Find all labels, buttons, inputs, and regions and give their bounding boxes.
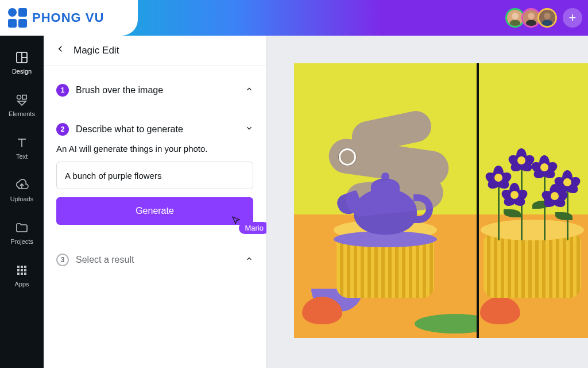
collapse-toggle[interactable] (245, 255, 253, 265)
panel-title: Magic Edit (74, 45, 119, 56)
svg-rect-5 (526, 20, 536, 26)
grid-icon (15, 263, 29, 277)
step-description: An AI will generate things in your photo… (56, 144, 253, 154)
chevron-left-icon (55, 44, 65, 54)
prompt-input[interactable] (56, 162, 253, 189)
panel-header: Magic Edit (44, 36, 266, 66)
svg-rect-26 (24, 273, 26, 275)
svg-point-7 (544, 13, 551, 20)
step-2-header[interactable]: 2 Describe what to generate (56, 123, 253, 136)
svg-rect-18 (17, 266, 20, 268)
left-rail: Design Elements Text Uploads Projects Ap… (0, 36, 44, 368)
svg-rect-2 (510, 20, 520, 26)
top-bar: PHONG VU + (0, 0, 588, 36)
svg-marker-14 (18, 101, 26, 105)
step-number: 2 (56, 123, 69, 136)
rail-item-uploads[interactable]: Uploads (0, 170, 44, 210)
brand-logo: PHONG VU (0, 0, 138, 36)
step-3-header[interactable]: 3 Select a result (56, 254, 253, 266)
collaborators: + (511, 0, 582, 36)
svg-point-12 (17, 95, 21, 99)
collapse-toggle[interactable] (245, 124, 253, 135)
collaborator-cursor: Mario (231, 215, 269, 234)
svg-point-1 (512, 13, 519, 20)
step-title: Describe what to generate (76, 124, 238, 135)
text-icon (15, 136, 29, 150)
collaborator-name: Mario (239, 222, 269, 234)
folder-icon (15, 221, 29, 235)
upload-icon (15, 178, 29, 192)
image-after (477, 63, 588, 338)
shapes-icon (15, 93, 29, 107)
collapse-toggle[interactable] (245, 85, 253, 95)
svg-rect-24 (17, 273, 20, 275)
svg-rect-25 (21, 273, 23, 275)
comparison-divider[interactable] (477, 63, 479, 338)
svg-point-4 (528, 13, 535, 20)
step-title: Brush over the image (76, 85, 238, 95)
step-1-header[interactable]: 1 Brush over the image (56, 84, 253, 97)
rail-item-projects[interactable]: Projects (0, 213, 44, 253)
canvas-image[interactable] (294, 63, 588, 338)
rail-item-elements[interactable]: Elements (0, 85, 44, 125)
image-before (294, 63, 477, 338)
svg-rect-21 (17, 269, 20, 271)
chevron-up-icon (245, 255, 253, 263)
step-number: 3 (56, 254, 69, 266)
svg-rect-23 (24, 269, 26, 271)
svg-rect-13 (22, 95, 26, 99)
step-number: 1 (56, 84, 69, 97)
rail-item-apps[interactable]: Apps (0, 255, 44, 296)
rail-item-text[interactable]: Text (0, 128, 44, 168)
generate-button[interactable]: Generate Mario (56, 197, 253, 225)
svg-rect-20 (24, 266, 26, 268)
brush-overlay (328, 116, 455, 220)
svg-rect-19 (21, 266, 23, 268)
chevron-down-icon (245, 124, 253, 132)
brand-name: PHONG VU (32, 10, 104, 25)
layout-icon (15, 51, 29, 64)
add-collaborator-button[interactable]: + (563, 8, 582, 28)
canvas-area[interactable] (266, 36, 588, 368)
magic-edit-panel: Magic Edit 1 Brush over the image 2 Desc… (44, 36, 266, 368)
chevron-up-icon (245, 85, 253, 93)
step-title: Select a result (76, 255, 238, 265)
brush-cursor-icon (339, 148, 356, 166)
brand-logo-mark (8, 8, 28, 28)
avatar[interactable] (537, 8, 557, 28)
svg-rect-22 (21, 269, 23, 271)
svg-rect-8 (542, 20, 552, 26)
back-button[interactable] (55, 44, 65, 57)
rail-item-design[interactable]: Design (0, 43, 44, 83)
